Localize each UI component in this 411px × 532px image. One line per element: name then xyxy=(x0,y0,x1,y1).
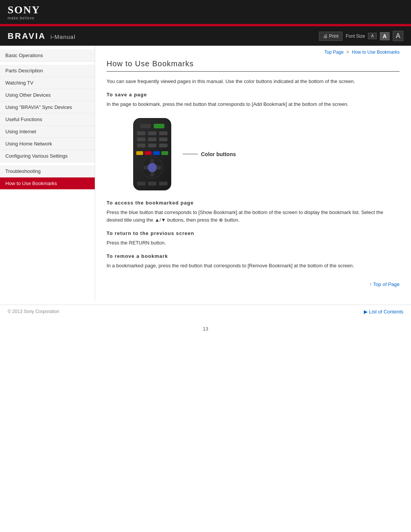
svg-rect-11 xyxy=(148,144,156,147)
breadcrumb-current: How to Use Bookmarks xyxy=(352,50,400,55)
sidebar-item-parts-description[interactable]: Parts Description xyxy=(0,65,95,77)
font-medium-button[interactable]: A xyxy=(380,32,390,40)
imanual-label: i-Manual xyxy=(51,34,76,40)
svg-rect-12 xyxy=(159,144,167,147)
bravia-brand: BRAVIA xyxy=(8,31,46,41)
main-layout: Basic Operations Parts Description Watch… xyxy=(0,46,411,301)
svg-rect-5 xyxy=(148,131,156,135)
access-text: Press the blue button that corresponds t… xyxy=(107,209,400,225)
list-of-contents-link[interactable]: ▶ List of Contents xyxy=(364,309,403,315)
bravia-title: BRAVIA i-Manual xyxy=(8,31,75,41)
font-large-button[interactable]: A xyxy=(393,31,403,41)
sidebar-item-how-to-use-bookmarks[interactable]: How to Use Bookmarks xyxy=(0,177,95,190)
svg-rect-16 xyxy=(161,151,168,155)
sidebar-item-using-internet[interactable]: Using Internet xyxy=(0,126,95,138)
font-small-button[interactable]: A xyxy=(368,33,377,39)
sony-logo: SONY xyxy=(8,4,40,16)
color-buttons-annotation: Color buttons xyxy=(183,151,236,157)
remove-subtitle: To remove a bookmark xyxy=(107,253,400,259)
print-button[interactable]: 🖨 Print xyxy=(319,32,343,41)
top-of-page-link[interactable]: ↑ Top of Page xyxy=(107,281,400,287)
return-subtitle: To return to the previous screen xyxy=(107,230,400,236)
return-text: Press the RETURN button. xyxy=(107,239,400,247)
top-of-page-anchor[interactable]: ↑ Top of Page xyxy=(370,281,400,287)
sidebar-item-home-network[interactable]: Using Home Network xyxy=(0,138,95,150)
sidebar-item-basic-operations[interactable]: Basic Operations xyxy=(0,50,95,62)
header-controls: 🖨 Print Font Size A A A xyxy=(319,31,403,41)
header-top: SONY make.believe xyxy=(0,0,411,24)
breadcrumb-top-page[interactable]: Top Page xyxy=(324,50,344,55)
svg-rect-2 xyxy=(140,124,151,128)
save-subtitle: To save a page xyxy=(107,92,400,97)
svg-rect-4 xyxy=(137,131,145,135)
breadcrumb-separator: > xyxy=(346,50,349,55)
sony-tagline: make.believe xyxy=(8,16,40,20)
color-buttons-label: Color buttons xyxy=(201,151,236,157)
svg-rect-8 xyxy=(148,137,156,141)
sidebar-item-watching-tv[interactable]: Watching TV xyxy=(0,77,95,89)
svg-rect-9 xyxy=(159,137,167,141)
sidebar-item-useful-functions[interactable]: Useful Functions xyxy=(0,113,95,126)
remove-text: In a bookmarked page, press the red butt… xyxy=(107,262,400,270)
svg-rect-6 xyxy=(159,131,167,135)
sidebar-item-bravia-sync[interactable]: Using "BRAVIA" Sync Devices xyxy=(0,101,95,113)
copyright: © 2013 Sony Corporation xyxy=(8,309,59,314)
svg-point-20 xyxy=(148,163,157,172)
svg-rect-22 xyxy=(148,182,156,185)
remote-image xyxy=(129,116,179,192)
save-text: In the page to bookmark, press the red b… xyxy=(107,101,400,109)
content-footer: ↑ Top of Page xyxy=(107,281,400,287)
header-nav: BRAVIA i-Manual 🖨 Print Font Size A A A xyxy=(0,26,411,46)
print-icon: 🖨 xyxy=(323,34,328,39)
svg-rect-3 xyxy=(154,124,164,128)
page-title: How to Use Bookmarks xyxy=(107,59,400,72)
print-label: Print xyxy=(329,34,339,39)
page-number: 13 xyxy=(0,326,411,332)
content-area: Top Page > How to Use Bookmarks How to U… xyxy=(95,46,411,301)
svg-rect-7 xyxy=(137,137,145,141)
page-footer: © 2013 Sony Corporation ▶ List of Conten… xyxy=(0,305,411,318)
access-subtitle: To access the bookmarked page xyxy=(107,200,400,206)
sidebar-item-using-other-devices[interactable]: Using Other Devices xyxy=(0,89,95,101)
breadcrumb: Top Page > How to Use Bookmarks xyxy=(107,50,400,55)
svg-rect-13 xyxy=(136,151,143,155)
intro-text: You can save frequently viewed pages in … xyxy=(107,78,400,86)
svg-rect-14 xyxy=(145,151,151,155)
svg-rect-10 xyxy=(137,144,145,147)
svg-rect-21 xyxy=(137,182,145,185)
annotation-line xyxy=(183,154,198,154)
sidebar-item-troubleshooting[interactable]: Troubleshooting xyxy=(0,165,95,177)
sidebar-item-configuring[interactable]: Configuring Various Settings xyxy=(0,150,95,162)
svg-rect-23 xyxy=(159,182,167,185)
remote-illustration: Color buttons xyxy=(129,116,400,192)
svg-rect-15 xyxy=(153,151,160,155)
sidebar: Basic Operations Parts Description Watch… xyxy=(0,46,95,301)
font-size-label: Font Size xyxy=(346,34,365,39)
